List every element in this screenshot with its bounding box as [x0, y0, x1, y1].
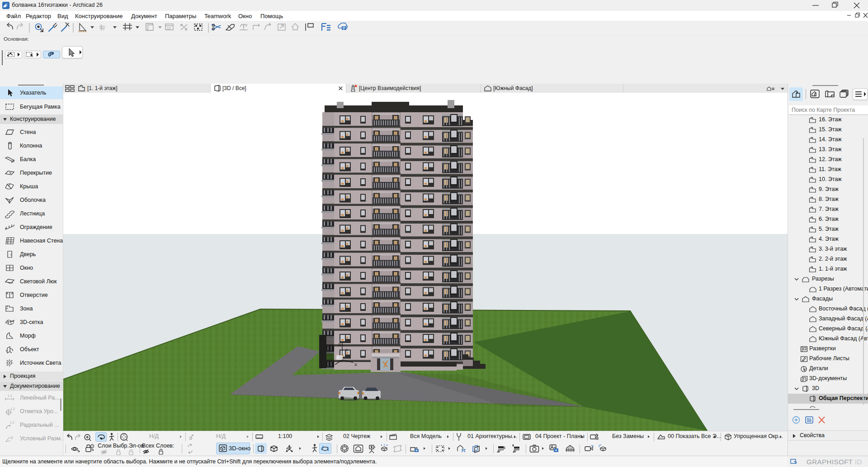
svg-text:α: α — [10, 435, 13, 440]
svg-text:Y: Y — [345, 348, 348, 353]
svg-text:12: 12 — [167, 26, 171, 30]
svg-text:1.2: 1.2 — [10, 407, 15, 410]
svg-text:1.2: 1.2 — [8, 394, 12, 397]
svg-text:XY: XY — [100, 28, 105, 31]
svg-text:1.2: 1.2 — [10, 421, 14, 424]
svg-text:X: X — [354, 362, 357, 367]
svg-text:Z: Z — [338, 343, 341, 347]
